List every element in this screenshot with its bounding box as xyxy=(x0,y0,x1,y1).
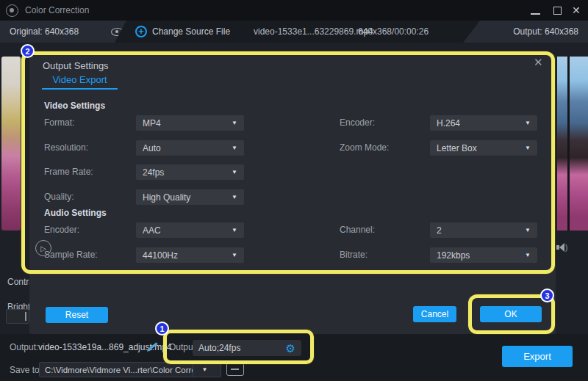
export-button[interactable]: Export xyxy=(502,346,573,367)
output-file-label: Output: xyxy=(10,342,38,352)
highlight-box-output-field xyxy=(163,330,314,364)
cancel-button[interactable]: Cancel xyxy=(413,306,456,322)
chevron-down-icon[interactable]: ▼ xyxy=(193,363,216,377)
change-source-label: Change Source File xyxy=(152,26,230,37)
save-to-dropdown[interactable]: C:\Vidmore\Vidmore Vi...rter\Color Corre… xyxy=(39,362,221,377)
open-folder-icon[interactable] xyxy=(226,363,244,376)
original-preview-tab[interactable]: Original: 640x368 xyxy=(0,21,126,43)
save-to-path: C:\Vidmore\Vidmore Vi...rter\Color Corre… xyxy=(40,366,193,374)
brightness-value-box[interactable] xyxy=(6,309,29,324)
speaker-wave: ) xyxy=(565,244,567,252)
window-title: Color Correction xyxy=(25,5,89,15)
plus-icon: + xyxy=(135,26,147,37)
original-size-label: Original: 640x368 xyxy=(10,26,79,37)
output-size-label: Output: 640x368 xyxy=(513,26,578,37)
output-preview-tab[interactable]: Output: 640x368 xyxy=(463,21,588,43)
app-window: Color Correction ✕ Original: 640x368 + C… xyxy=(0,0,588,381)
close-button[interactable]: ✕ xyxy=(572,4,581,17)
maximize-button[interactable] xyxy=(553,7,562,15)
contrast-label: Contrast xyxy=(7,277,29,287)
output-preview-image xyxy=(557,57,588,231)
reset-button[interactable]: Reset xyxy=(46,307,108,323)
title-bar: Color Correction xyxy=(0,0,588,21)
highlight-box-settings xyxy=(21,51,555,274)
original-preview-image xyxy=(1,57,21,231)
preview-divider xyxy=(567,57,570,231)
step-badge-3: 3 xyxy=(540,289,554,302)
speaker-cone xyxy=(559,243,564,252)
step-badge-1: 1 xyxy=(155,322,169,335)
source-dimensions-duration: 640x368/00:00:26 xyxy=(358,26,429,37)
step-badge-2: 2 xyxy=(21,44,35,58)
change-source-file-button[interactable]: + Change Source File xyxy=(135,21,230,43)
save-to-label: Save to: xyxy=(10,365,42,375)
volume-icon[interactable]: ) xyxy=(556,243,567,252)
source-filename: video-1533e1...63229869.mp4 xyxy=(254,26,373,37)
app-logo-icon xyxy=(6,4,18,17)
minimize-button[interactable] xyxy=(531,13,540,15)
